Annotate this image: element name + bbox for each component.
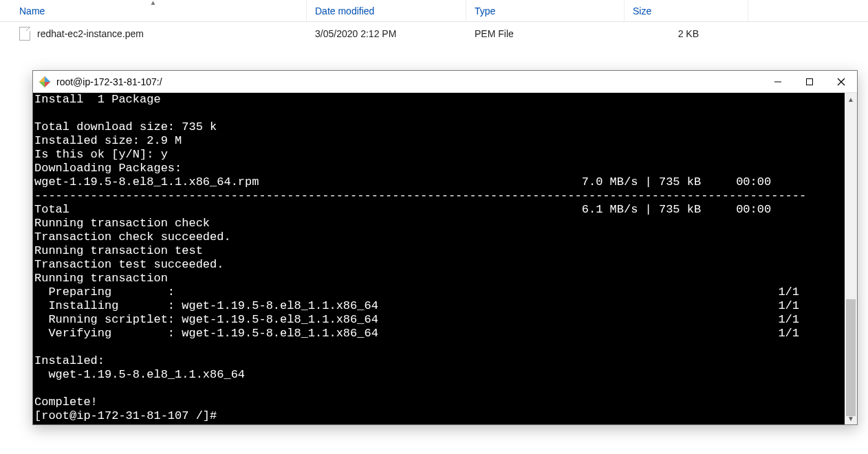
minimize-button[interactable] bbox=[762, 71, 794, 93]
window-title: root@ip-172-31-81-107:/ bbox=[56, 76, 162, 87]
scroll-down-icon[interactable]: ▼ bbox=[845, 412, 857, 424]
column-header-type[interactable]: Type bbox=[466, 0, 625, 21]
terminal-output[interactable]: Install 1 Package Total download size: 7… bbox=[33, 93, 845, 424]
column-header-size-label: Size bbox=[633, 6, 651, 17]
maximize-button[interactable] bbox=[794, 71, 825, 93]
column-header-row: ▲ Name Date modified Type Size bbox=[0, 0, 868, 22]
column-header-date-label: Date modified bbox=[315, 6, 374, 17]
app-icon bbox=[39, 76, 51, 88]
titlebar[interactable]: root@ip-172-31-81-107:/ bbox=[33, 71, 857, 93]
column-header-name-label: Name bbox=[19, 6, 45, 17]
file-icon bbox=[19, 27, 30, 41]
column-header-type-label: Type bbox=[475, 6, 495, 17]
file-name: redhat-ec2-instance.pem bbox=[37, 28, 144, 39]
column-header-date[interactable]: Date modified bbox=[307, 0, 466, 21]
file-type: PEM File bbox=[466, 28, 625, 39]
scrollbar[interactable]: ▲ ▼ bbox=[845, 93, 857, 424]
scroll-up-icon[interactable]: ▲ bbox=[845, 93, 857, 105]
column-header-size[interactable]: Size bbox=[625, 0, 748, 21]
file-date: 3/05/2020 2:12 PM bbox=[307, 28, 466, 39]
file-size: 2 KB bbox=[625, 28, 707, 39]
svg-rect-6 bbox=[807, 78, 813, 85]
column-header-name[interactable]: ▲ Name bbox=[0, 0, 307, 21]
sort-ascending-icon: ▲ bbox=[150, 0, 157, 6]
close-button[interactable] bbox=[825, 71, 857, 93]
file-row[interactable]: redhat-ec2-instance.pem 3/05/2020 2:12 P… bbox=[0, 22, 868, 45]
scroll-thumb[interactable] bbox=[846, 299, 856, 416]
terminal-window: root@ip-172-31-81-107:/ Install 1 Packag… bbox=[32, 70, 858, 425]
